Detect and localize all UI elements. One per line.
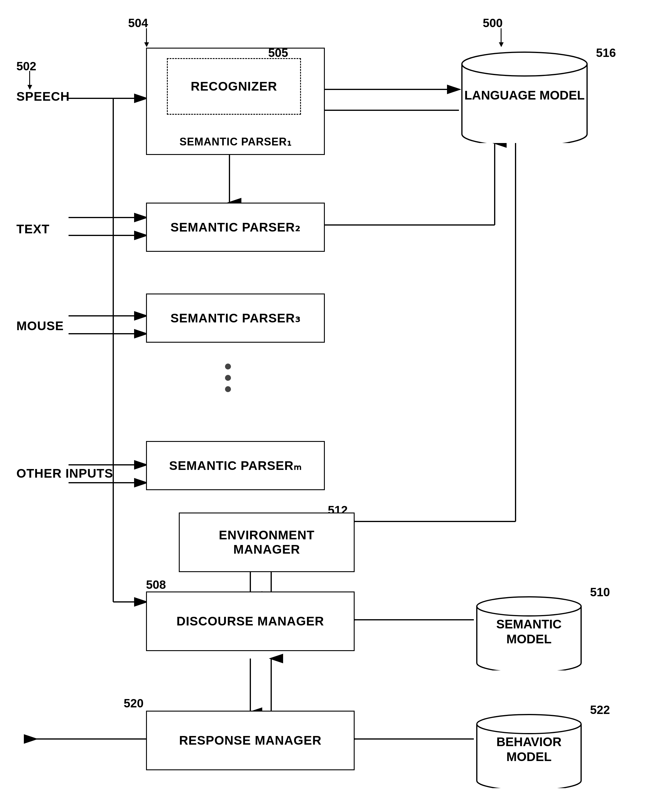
arrow-502: [29, 71, 30, 86]
ref-502: 502: [16, 59, 36, 73]
ref-504: 504: [128, 16, 148, 30]
svg-point-39: [477, 597, 581, 616]
cylinder-semantic-model: SEMANTIC MODEL: [474, 593, 584, 670]
box-recognizer: RECOGNIZER: [167, 58, 301, 115]
dots-ellipsis: [225, 363, 231, 392]
ref-510: 510: [590, 585, 610, 599]
arrowhead-504: [144, 42, 149, 47]
dot2: [225, 375, 231, 381]
label-mouse: MOUSE: [16, 319, 64, 333]
box-semantic-parserm: SEMANTIC PARSERₘ: [146, 441, 325, 490]
arrow-504: [146, 28, 147, 43]
dot3: [225, 386, 231, 392]
box-discourse-manager: DISCOURSE MANAGER: [146, 592, 355, 651]
box-environment-manager: ENVIRONMENT MANAGER: [179, 512, 355, 572]
arrow-500: [501, 28, 502, 43]
ref-520: 520: [124, 697, 144, 710]
box-semantic-parser3: SEMANTIC PARSER₃: [146, 294, 325, 343]
label-speech: SPEECH: [16, 90, 70, 104]
ref-522: 522: [590, 703, 610, 717]
label-other-inputs: OTHER INPUTS: [16, 466, 113, 481]
label-text: TEXT: [16, 222, 50, 236]
arrowhead-502: [27, 85, 32, 90]
dot1: [225, 363, 231, 370]
box-semantic-parser2: SEMANTIC PARSER₂: [146, 203, 325, 252]
svg-point-44: [477, 715, 581, 734]
arrowhead-500: [499, 42, 504, 47]
ref-516: 516: [596, 46, 616, 59]
svg-point-34: [462, 52, 587, 76]
diagram-container: 504 500 502 SPEECH TEXT MOUSE OTHER INPU…: [0, 0, 672, 795]
ref-500: 500: [483, 16, 503, 30]
cylinder-behavior-model: BEHAVIOR MODEL: [474, 711, 584, 788]
ref-508: 508: [146, 578, 166, 592]
ref-505: 505: [268, 46, 288, 59]
box-response-manager: RESPONSE MANAGER: [146, 711, 355, 770]
cylinder-language-model: LANGUAGE MODEL: [459, 48, 590, 143]
